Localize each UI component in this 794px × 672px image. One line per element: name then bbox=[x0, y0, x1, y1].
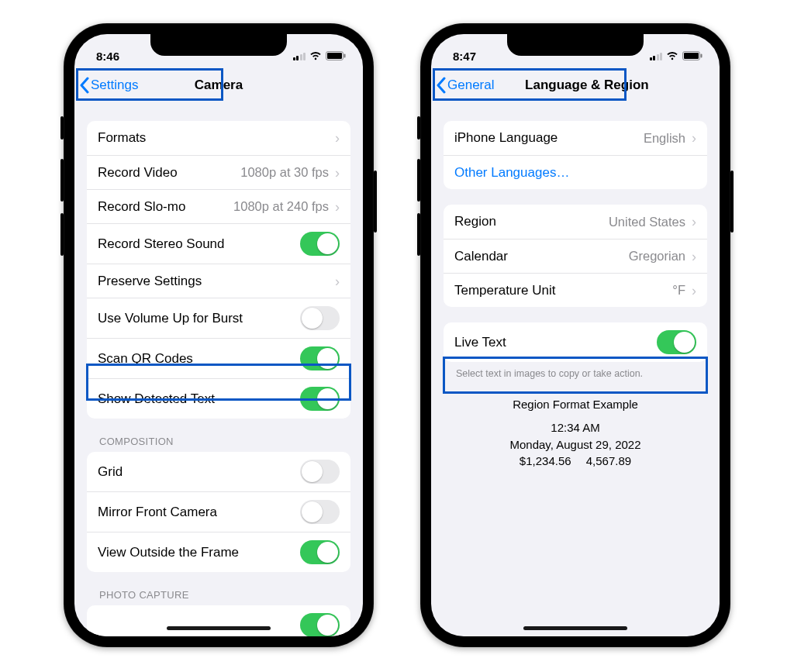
row-calendar[interactable]: Calendar Gregorian› bbox=[444, 239, 707, 273]
example-date: Monday, August 29, 2022 bbox=[444, 436, 707, 453]
back-button[interactable]: Settings bbox=[79, 77, 138, 94]
phone-right: 8:47 General Language & Region bbox=[420, 23, 730, 647]
row-temperature[interactable]: Temperature Unit °F› bbox=[444, 273, 707, 307]
row-label: Record Video bbox=[98, 165, 178, 181]
row-value: English bbox=[644, 131, 685, 146]
toggle-volume-burst[interactable] bbox=[300, 306, 340, 330]
toggle-stereo-sound[interactable] bbox=[300, 232, 340, 256]
chevron-left-icon bbox=[436, 77, 446, 94]
status-icons bbox=[650, 51, 703, 60]
row-qr-codes[interactable]: Scan QR Codes bbox=[87, 338, 350, 378]
volume-up bbox=[60, 159, 64, 202]
region-format-example: Region Format Example 12:34 AM Monday, A… bbox=[444, 396, 707, 470]
settings-group-main: Formats › Record Video 1080p at 30 fps› … bbox=[87, 121, 350, 419]
back-label: Settings bbox=[91, 78, 138, 93]
row-volume-burst[interactable]: Use Volume Up for Burst bbox=[87, 298, 350, 338]
notch bbox=[150, 34, 287, 56]
row-value: United States bbox=[609, 215, 685, 229]
volume-up bbox=[417, 159, 420, 202]
example-time: 12:34 AM bbox=[444, 419, 707, 436]
screen-right: 8:47 General Language & Region bbox=[431, 34, 720, 636]
row-label: Preserve Settings bbox=[98, 274, 202, 289]
toggle-outside-frame[interactable] bbox=[300, 540, 340, 564]
back-button[interactable]: General bbox=[436, 77, 494, 94]
row-preserve-settings[interactable]: Preserve Settings › bbox=[87, 264, 350, 298]
row-iphone-language[interactable]: iPhone Language English› bbox=[444, 121, 707, 155]
power-button bbox=[730, 171, 734, 233]
row-label: Mirror Front Camera bbox=[98, 505, 217, 520]
row-label: Record Slo-mo bbox=[98, 199, 185, 215]
row-label: Calendar bbox=[454, 249, 508, 264]
cellular-icon bbox=[293, 52, 306, 60]
row-stereo-sound[interactable]: Record Stereo Sound bbox=[87, 223, 350, 264]
nav-bar: General Language & Region bbox=[431, 68, 720, 102]
row-other-languages[interactable]: Other Languages… bbox=[444, 155, 707, 189]
settings-group-composition: Grid Mirror Front Camera View Outside th… bbox=[87, 452, 350, 572]
settings-group-photo-capture bbox=[87, 605, 350, 636]
row-outside-frame[interactable]: View Outside the Frame bbox=[87, 532, 350, 572]
cellular-icon bbox=[650, 52, 663, 60]
row-region[interactable]: Region United States› bbox=[444, 205, 707, 239]
chevron-right-icon: › bbox=[335, 274, 340, 288]
svg-rect-2 bbox=[344, 54, 346, 58]
row-value: 1080p at 240 fps bbox=[233, 199, 329, 214]
row-record-slomo[interactable]: Record Slo-mo 1080p at 240 fps› bbox=[87, 189, 350, 223]
toggle-live-text[interactable] bbox=[657, 330, 696, 354]
back-label: General bbox=[447, 78, 494, 93]
settings-group-livetext: Live Text bbox=[444, 322, 707, 362]
row-label bbox=[98, 618, 102, 633]
row-label: Temperature Unit bbox=[454, 283, 555, 298]
settings-group-region: Region United States› Calendar Gregorian… bbox=[444, 205, 707, 307]
chevron-right-icon: › bbox=[692, 131, 696, 145]
row-record-video[interactable]: Record Video 1080p at 30 fps› bbox=[87, 155, 350, 189]
settings-content[interactable]: iPhone Language English› Other Languages… bbox=[431, 102, 720, 636]
row-live-text[interactable]: Live Text bbox=[444, 322, 707, 362]
chevron-left-icon bbox=[79, 77, 89, 94]
screen-left: 8:46 Settings Camera bbox=[74, 34, 363, 636]
toggle-show-detected-text[interactable] bbox=[300, 387, 340, 411]
row-peek[interactable] bbox=[87, 605, 350, 636]
row-value: Gregorian bbox=[629, 249, 685, 264]
row-value: °F bbox=[672, 283, 685, 298]
svg-rect-1 bbox=[327, 53, 342, 59]
volume-down bbox=[417, 213, 420, 256]
row-label: Show Detected Text bbox=[98, 391, 215, 407]
toggle-qr-codes[interactable] bbox=[300, 346, 340, 370]
status-icons bbox=[293, 51, 347, 60]
phone-left: 8:46 Settings Camera bbox=[64, 23, 374, 647]
row-label: iPhone Language bbox=[454, 130, 558, 146]
example-title: Region Format Example bbox=[444, 396, 707, 413]
status-time: 8:46 bbox=[96, 50, 119, 63]
wifi-icon bbox=[309, 51, 322, 60]
section-header-composition: COMPOSITION bbox=[99, 436, 350, 447]
row-show-detected-text[interactable]: Show Detected Text bbox=[87, 378, 350, 419]
row-label: Region bbox=[454, 214, 496, 229]
chevron-right-icon: › bbox=[692, 250, 696, 264]
chevron-right-icon: › bbox=[692, 215, 696, 229]
mute-switch bbox=[60, 116, 64, 140]
toggle-grid[interactable] bbox=[300, 460, 340, 484]
row-label: Record Stereo Sound bbox=[98, 236, 225, 252]
battery-icon bbox=[326, 51, 346, 60]
home-indicator[interactable] bbox=[523, 626, 627, 630]
row-label: Other Languages… bbox=[454, 165, 569, 181]
row-value: 1080p at 30 fps bbox=[240, 165, 329, 180]
svg-rect-4 bbox=[684, 53, 699, 59]
chevron-right-icon: › bbox=[692, 284, 696, 298]
chevron-right-icon: › bbox=[335, 200, 340, 214]
section-header-photo-capture: PHOTO CAPTURE bbox=[99, 589, 350, 601]
page-title: Language & Region bbox=[525, 78, 649, 93]
nav-bar: Settings Camera bbox=[74, 68, 363, 102]
row-label: Live Text bbox=[454, 335, 506, 350]
home-indicator[interactable] bbox=[167, 626, 271, 630]
row-formats[interactable]: Formats › bbox=[87, 121, 350, 155]
row-grid[interactable]: Grid bbox=[87, 452, 350, 491]
mute-switch bbox=[417, 116, 420, 140]
row-mirror-front[interactable]: Mirror Front Camera bbox=[87, 491, 350, 532]
toggle-peek[interactable] bbox=[300, 613, 340, 636]
page-title: Camera bbox=[195, 78, 243, 93]
toggle-mirror-front[interactable] bbox=[300, 500, 340, 524]
notch bbox=[507, 34, 644, 56]
settings-content[interactable]: Formats › Record Video 1080p at 30 fps› … bbox=[74, 102, 363, 636]
row-label: Grid bbox=[98, 464, 123, 480]
